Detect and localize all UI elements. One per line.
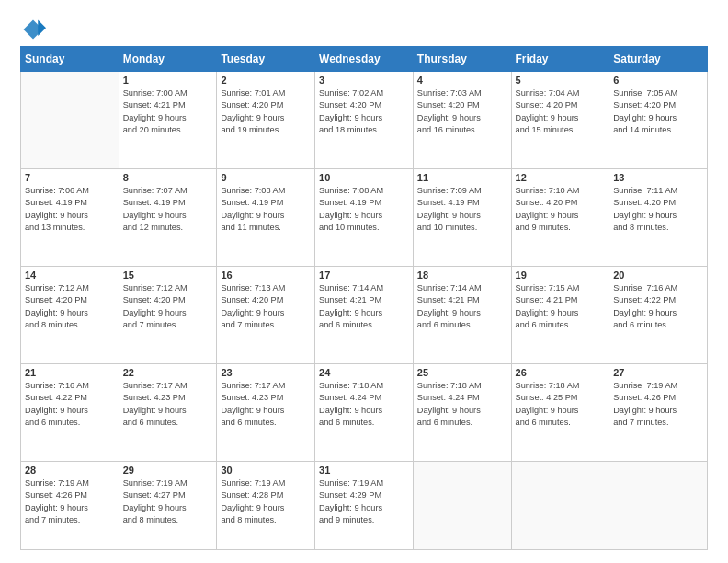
day-info: Sunrise: 7:11 AM Sunset: 4:20 PM Dayligh… — [613, 185, 703, 234]
day-number: 7 — [25, 172, 115, 183]
day-number: 31 — [319, 465, 409, 476]
week-row: 21Sunrise: 7:16 AM Sunset: 4:22 PM Dayli… — [21, 363, 708, 461]
day-number: 3 — [319, 75, 409, 86]
day-number: 10 — [319, 172, 409, 183]
day-info: Sunrise: 7:16 AM Sunset: 4:22 PM Dayligh… — [25, 380, 115, 429]
day-cell: 28Sunrise: 7:19 AM Sunset: 4:26 PM Dayli… — [21, 461, 119, 549]
day-info: Sunrise: 7:19 AM Sunset: 4:27 PM Dayligh… — [123, 477, 213, 526]
day-cell: 4Sunrise: 7:03 AM Sunset: 4:20 PM Daylig… — [413, 72, 511, 169]
day-info: Sunrise: 7:18 AM Sunset: 4:24 PM Dayligh… — [319, 380, 409, 429]
day-cell: 25Sunrise: 7:18 AM Sunset: 4:24 PM Dayli… — [413, 363, 511, 461]
day-number: 20 — [613, 270, 703, 281]
day-cell: 30Sunrise: 7:19 AM Sunset: 4:28 PM Dayli… — [217, 461, 315, 549]
svg-marker-1 — [38, 20, 46, 37]
day-number: 17 — [319, 270, 409, 281]
top-area — [20, 17, 708, 42]
week-row: 28Sunrise: 7:19 AM Sunset: 4:26 PM Dayli… — [21, 461, 708, 549]
day-cell: 13Sunrise: 7:11 AM Sunset: 4:20 PM Dayli… — [609, 168, 708, 266]
day-info: Sunrise: 7:15 AM Sunset: 4:21 PM Dayligh… — [516, 282, 606, 331]
day-number: 16 — [221, 270, 311, 281]
day-cell: 9Sunrise: 7:08 AM Sunset: 4:19 PM Daylig… — [217, 168, 315, 266]
day-cell: 2Sunrise: 7:01 AM Sunset: 4:20 PM Daylig… — [217, 72, 315, 169]
header-row: SundayMondayTuesdayWednesdayThursdayFrid… — [21, 47, 708, 72]
day-number: 21 — [25, 367, 115, 378]
day-info: Sunrise: 7:19 AM Sunset: 4:26 PM Dayligh… — [613, 380, 703, 429]
day-number: 27 — [613, 367, 703, 378]
day-cell: 29Sunrise: 7:19 AM Sunset: 4:27 PM Dayli… — [119, 461, 217, 549]
day-cell: 18Sunrise: 7:14 AM Sunset: 4:21 PM Dayli… — [413, 266, 511, 363]
day-number: 8 — [123, 172, 213, 183]
day-cell: 31Sunrise: 7:19 AM Sunset: 4:29 PM Dayli… — [315, 461, 414, 549]
header-cell: Monday — [119, 47, 217, 72]
day-number: 5 — [516, 75, 606, 86]
day-info: Sunrise: 7:13 AM Sunset: 4:20 PM Dayligh… — [221, 282, 311, 331]
day-info: Sunrise: 7:19 AM Sunset: 4:26 PM Dayligh… — [25, 477, 115, 526]
day-number: 30 — [221, 465, 311, 476]
header-cell: Tuesday — [217, 47, 315, 72]
day-info: Sunrise: 7:14 AM Sunset: 4:21 PM Dayligh… — [319, 282, 409, 331]
day-info: Sunrise: 7:19 AM Sunset: 4:29 PM Dayligh… — [319, 477, 409, 526]
day-number: 26 — [516, 367, 606, 378]
day-number: 18 — [417, 270, 507, 281]
day-info: Sunrise: 7:10 AM Sunset: 4:20 PM Dayligh… — [516, 185, 606, 234]
day-info: Sunrise: 7:12 AM Sunset: 4:20 PM Dayligh… — [25, 282, 115, 331]
week-row: 7Sunrise: 7:06 AM Sunset: 4:19 PM Daylig… — [21, 168, 708, 266]
day-cell: 22Sunrise: 7:17 AM Sunset: 4:23 PM Dayli… — [119, 363, 217, 461]
day-info: Sunrise: 7:17 AM Sunset: 4:23 PM Dayligh… — [221, 380, 311, 429]
day-number: 4 — [417, 75, 507, 86]
day-info: Sunrise: 7:18 AM Sunset: 4:24 PM Dayligh… — [417, 380, 507, 429]
day-cell: 11Sunrise: 7:09 AM Sunset: 4:19 PM Dayli… — [413, 168, 511, 266]
day-info: Sunrise: 7:19 AM Sunset: 4:28 PM Dayligh… — [221, 477, 311, 526]
day-number: 14 — [25, 270, 115, 281]
week-row: 14Sunrise: 7:12 AM Sunset: 4:20 PM Dayli… — [21, 266, 708, 363]
calendar-table: SundayMondayTuesdayWednesdayThursdayFrid… — [20, 46, 708, 550]
day-info: Sunrise: 7:12 AM Sunset: 4:20 PM Dayligh… — [123, 282, 213, 331]
day-cell: 14Sunrise: 7:12 AM Sunset: 4:20 PM Dayli… — [21, 266, 119, 363]
header-cell: Wednesday — [315, 47, 414, 72]
day-info: Sunrise: 7:14 AM Sunset: 4:21 PM Dayligh… — [417, 282, 507, 331]
logo-icon — [20, 17, 46, 42]
week-row: 1Sunrise: 7:00 AM Sunset: 4:21 PM Daylig… — [21, 72, 708, 169]
day-info: Sunrise: 7:01 AM Sunset: 4:20 PM Dayligh… — [221, 87, 311, 136]
day-info: Sunrise: 7:08 AM Sunset: 4:19 PM Dayligh… — [221, 185, 311, 234]
day-info: Sunrise: 7:18 AM Sunset: 4:25 PM Dayligh… — [516, 380, 606, 429]
day-info: Sunrise: 7:09 AM Sunset: 4:19 PM Dayligh… — [417, 185, 507, 234]
day-cell: 3Sunrise: 7:02 AM Sunset: 4:20 PM Daylig… — [315, 72, 414, 169]
day-cell — [609, 461, 708, 549]
day-number: 25 — [417, 367, 507, 378]
day-cell: 26Sunrise: 7:18 AM Sunset: 4:25 PM Dayli… — [511, 363, 609, 461]
day-cell: 20Sunrise: 7:16 AM Sunset: 4:22 PM Dayli… — [609, 266, 708, 363]
day-cell — [413, 461, 511, 549]
day-cell: 19Sunrise: 7:15 AM Sunset: 4:21 PM Dayli… — [511, 266, 609, 363]
day-cell — [511, 461, 609, 549]
day-info: Sunrise: 7:06 AM Sunset: 4:19 PM Dayligh… — [25, 185, 115, 234]
day-cell: 1Sunrise: 7:00 AM Sunset: 4:21 PM Daylig… — [119, 72, 217, 169]
day-number: 28 — [25, 465, 115, 476]
day-info: Sunrise: 7:08 AM Sunset: 4:19 PM Dayligh… — [319, 185, 409, 234]
day-number: 15 — [123, 270, 213, 281]
header-cell: Sunday — [21, 47, 119, 72]
day-number: 13 — [613, 172, 703, 183]
day-cell: 12Sunrise: 7:10 AM Sunset: 4:20 PM Dayli… — [511, 168, 609, 266]
day-number: 11 — [417, 172, 507, 183]
day-number: 23 — [221, 367, 311, 378]
day-cell — [21, 72, 119, 169]
header-cell: Saturday — [609, 47, 708, 72]
day-cell: 7Sunrise: 7:06 AM Sunset: 4:19 PM Daylig… — [21, 168, 119, 266]
day-cell: 8Sunrise: 7:07 AM Sunset: 4:19 PM Daylig… — [119, 168, 217, 266]
day-number: 6 — [613, 75, 703, 86]
day-cell: 27Sunrise: 7:19 AM Sunset: 4:26 PM Dayli… — [609, 363, 708, 461]
day-number: 19 — [516, 270, 606, 281]
day-number: 12 — [516, 172, 606, 183]
day-cell: 24Sunrise: 7:18 AM Sunset: 4:24 PM Dayli… — [315, 363, 414, 461]
day-cell: 16Sunrise: 7:13 AM Sunset: 4:20 PM Dayli… — [217, 266, 315, 363]
day-info: Sunrise: 7:02 AM Sunset: 4:20 PM Dayligh… — [319, 87, 409, 136]
day-cell: 6Sunrise: 7:05 AM Sunset: 4:20 PM Daylig… — [609, 72, 708, 169]
day-number: 29 — [123, 465, 213, 476]
day-number: 24 — [319, 367, 409, 378]
day-cell: 10Sunrise: 7:08 AM Sunset: 4:19 PM Dayli… — [315, 168, 414, 266]
page: SundayMondayTuesdayWednesdayThursdayFrid… — [0, 0, 728, 563]
header-cell: Thursday — [413, 47, 511, 72]
day-cell: 23Sunrise: 7:17 AM Sunset: 4:23 PM Dayli… — [217, 363, 315, 461]
header-cell: Friday — [511, 47, 609, 72]
